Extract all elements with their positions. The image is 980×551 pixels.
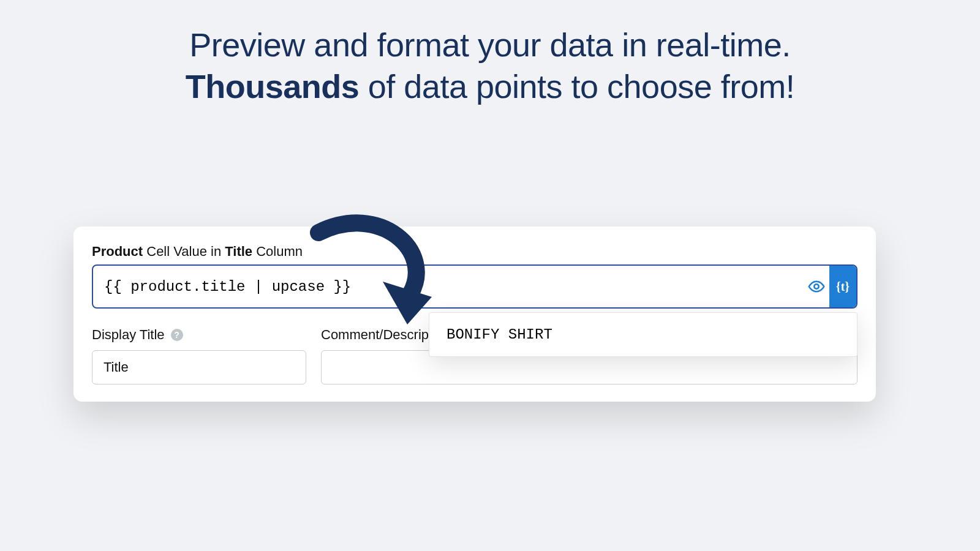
display-title-group: Display Title ?: [92, 327, 306, 384]
tag-icon: {t}: [836, 280, 850, 294]
display-title-label-text: Display Title: [92, 327, 165, 343]
headline-line1: Preview and format your data in real-tim…: [0, 24, 980, 66]
preview-button[interactable]: [802, 266, 829, 307]
template-field-label: Product Cell Value in Title Column: [92, 244, 858, 260]
marketing-headline: Preview and format your data in real-tim…: [0, 0, 980, 107]
help-icon[interactable]: ?: [171, 329, 183, 341]
headline-emphasis: Thousands: [186, 68, 360, 105]
svg-point-0: [814, 284, 818, 288]
label-mid: Cell Value in: [143, 244, 225, 259]
headline-line2-rest: of data points to choose from!: [359, 68, 794, 105]
label-title: Title: [225, 244, 252, 259]
preview-popover: BONIFY SHIRT: [429, 312, 858, 357]
display-title-label: Display Title ?: [92, 327, 306, 343]
preview-output: BONIFY SHIRT: [447, 326, 552, 343]
insert-tag-button[interactable]: {t}: [829, 266, 856, 307]
display-title-input[interactable]: [92, 350, 306, 384]
liquid-template-input[interactable]: [93, 266, 802, 307]
template-input-row: {t}: [92, 264, 858, 309]
headline-line2: Thousands of data points to choose from!: [0, 66, 980, 108]
label-product: Product: [92, 244, 143, 259]
label-end: Column: [252, 244, 303, 259]
eye-icon: [808, 278, 825, 295]
